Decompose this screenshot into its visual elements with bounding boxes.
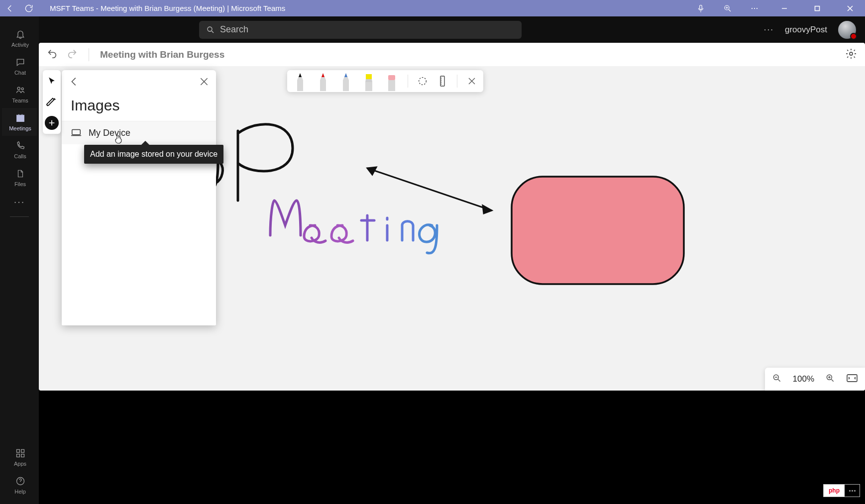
maximize-button[interactable] xyxy=(807,0,827,16)
rail-teams[interactable]: Teams xyxy=(2,80,37,108)
rail-label: Activity xyxy=(11,42,29,48)
panel-title: Images xyxy=(62,95,216,121)
ruler-tool[interactable] xyxy=(435,74,450,89)
avatar[interactable] xyxy=(838,21,856,39)
toolbar-separator xyxy=(457,75,457,88)
eraser-tool[interactable] xyxy=(383,71,401,91)
file-icon xyxy=(16,168,25,179)
refresh-icon[interactable] xyxy=(22,0,36,16)
phone-icon xyxy=(15,140,25,151)
lasso-tool[interactable] xyxy=(415,74,430,89)
app-rail: Activity Chat Teams Meetings Calls xyxy=(0,16,39,504)
svg-line-26 xyxy=(367,168,492,210)
rail-label: Help xyxy=(14,489,26,495)
rail-calls[interactable]: Calls xyxy=(2,136,37,164)
tooltip: Add an image stored on your device xyxy=(84,145,223,164)
zoom-control: 100% xyxy=(765,368,865,391)
apps-icon xyxy=(15,448,25,459)
help-icon xyxy=(15,476,25,487)
cursor-icon xyxy=(114,134,123,147)
mic-icon[interactable] xyxy=(694,0,708,16)
images-panel: Images My Device Add an image stored on … xyxy=(62,70,216,325)
close-toolbar-button[interactable] xyxy=(464,74,479,89)
undo-button[interactable] xyxy=(47,48,58,61)
panel-close-button[interactable] xyxy=(199,77,209,89)
svg-point-10 xyxy=(208,27,212,31)
presence-badge xyxy=(850,33,857,40)
svg-rect-4 xyxy=(16,115,24,121)
more-icon[interactable]: ··· xyxy=(748,0,761,16)
whiteboard-header: Meeting with Brian Burgess xyxy=(39,43,865,66)
rail-label: Meetings xyxy=(9,125,31,131)
pointer-tool[interactable] xyxy=(45,74,59,88)
whiteboard-title: Meeting with Brian Burgess xyxy=(100,49,224,60)
toolbar-separator xyxy=(408,75,408,88)
calendar-icon xyxy=(15,112,25,123)
source-badge: php xyxy=(823,484,860,497)
redo-button[interactable] xyxy=(67,48,78,61)
svg-rect-8 xyxy=(21,454,24,457)
zoom-level: 100% xyxy=(793,374,814,384)
window-titlebar: MSFT Teams - Meeting with Brian Burgess … xyxy=(0,0,865,16)
pen-tool[interactable] xyxy=(45,95,59,109)
badge-right xyxy=(845,485,860,497)
svg-rect-21 xyxy=(365,82,372,91)
zoom-icon[interactable] xyxy=(721,0,735,16)
svg-rect-23 xyxy=(388,80,395,91)
rail-activity[interactable]: Activity xyxy=(2,24,37,52)
search-placeholder: Search xyxy=(220,24,248,35)
topbar-more-icon[interactable]: ··· xyxy=(764,25,774,35)
rail-apps[interactable]: Apps xyxy=(2,443,37,471)
svg-rect-19 xyxy=(366,74,372,79)
window-title: MSFT Teams - Meeting with Brian Burgess … xyxy=(50,4,285,12)
rail-chat[interactable]: Chat xyxy=(2,52,37,80)
close-button[interactable] xyxy=(840,0,860,16)
svg-rect-25 xyxy=(440,76,444,86)
highlighter-yellow[interactable] xyxy=(360,71,378,91)
rail-label: Files xyxy=(14,181,26,187)
bell-icon xyxy=(15,29,25,40)
svg-rect-1 xyxy=(815,6,820,10)
svg-point-24 xyxy=(419,78,427,85)
svg-rect-22 xyxy=(388,75,395,80)
whiteboard-left-tools xyxy=(43,70,61,134)
whiteboard-container: Meeting with Brian Burgess xyxy=(39,43,865,504)
whiteboard-shape[interactable] xyxy=(512,177,684,284)
svg-marker-14 xyxy=(299,73,302,77)
zoom-in-button[interactable] xyxy=(825,373,835,385)
rail-more[interactable]: ··· xyxy=(2,192,37,211)
search-input[interactable]: Search xyxy=(199,21,522,39)
badge-left: php xyxy=(824,487,845,494)
pen-red[interactable] xyxy=(314,71,332,91)
svg-marker-16 xyxy=(322,73,324,77)
svg-rect-12 xyxy=(72,130,81,135)
svg-marker-18 xyxy=(344,73,347,77)
topbar-username: groovyPost xyxy=(785,25,827,35)
settings-button[interactable] xyxy=(845,48,857,62)
divider xyxy=(89,48,89,61)
back-icon[interactable] xyxy=(3,0,17,16)
svg-marker-20 xyxy=(365,79,372,82)
svg-marker-27 xyxy=(367,167,376,175)
svg-rect-31 xyxy=(847,375,857,382)
minimize-button[interactable] xyxy=(774,0,794,16)
teams-icon xyxy=(15,85,26,96)
pen-blue-galaxy[interactable] xyxy=(337,71,355,91)
panel-back-button[interactable] xyxy=(69,76,80,89)
add-tool[interactable] xyxy=(45,116,59,130)
laptop-icon xyxy=(71,128,82,137)
zoom-out-button[interactable] xyxy=(772,373,782,385)
rail-meetings[interactable]: Meetings xyxy=(2,108,37,136)
svg-rect-5 xyxy=(16,450,19,453)
rail-files[interactable]: Files xyxy=(2,164,37,192)
svg-point-11 xyxy=(850,52,853,55)
pen-black[interactable] xyxy=(291,71,309,91)
svg-point-2 xyxy=(17,87,20,90)
rail-label: Teams xyxy=(12,98,28,103)
rail-help[interactable]: Help xyxy=(2,471,37,499)
panel-item-label: My Device xyxy=(89,128,130,138)
svg-rect-6 xyxy=(21,450,24,453)
fit-screen-button[interactable] xyxy=(846,374,858,385)
panel-item-mydevice[interactable]: My Device xyxy=(62,121,216,144)
rail-divider xyxy=(10,216,29,217)
